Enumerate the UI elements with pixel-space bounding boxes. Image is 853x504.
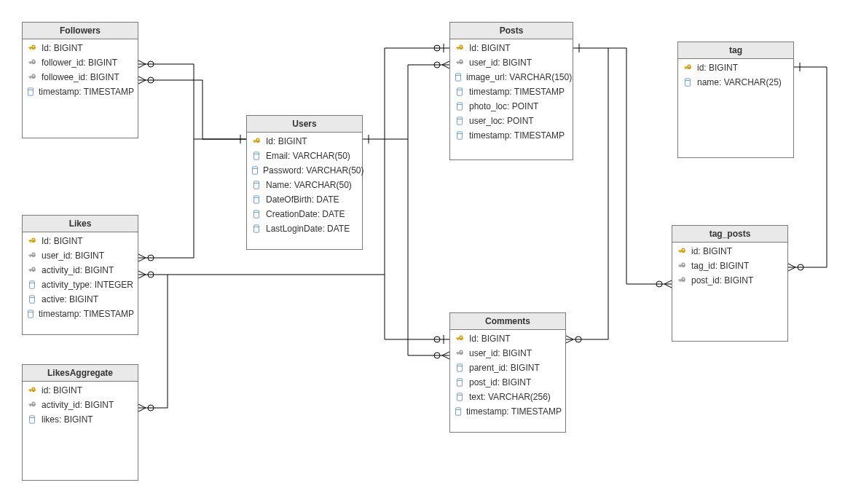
column-label: Id: BIGINT: [266, 137, 307, 146]
svg-line-15: [138, 254, 146, 258]
column-posts-6: timestamp: TIMESTAMP: [453, 128, 570, 143]
svg-rect-75: [30, 296, 35, 303]
svg-rect-77: [30, 416, 35, 423]
column-likesAggregate-1: activity_id: BIGINT: [25, 398, 135, 412]
svg-point-66: [656, 281, 662, 287]
column-icon: [251, 194, 262, 205]
svg-line-33: [138, 408, 146, 412]
entity-tag[interactable]: tag id: BIGINTname: VARCHAR(25): [677, 42, 794, 158]
entity-users[interactable]: Users Id: BIGINTEmail: VARCHAR(50)Passwo…: [246, 115, 363, 250]
column-label: post_id: BIGINT: [469, 378, 531, 387]
column-likesAggregate-2: likes: BIGINT: [25, 412, 135, 427]
svg-rect-70: [254, 181, 259, 189]
column-label: timestamp: TIMESTAMP: [39, 310, 134, 318]
svg-line-11: [138, 80, 146, 84]
column-label: user_id: BIGINT: [469, 58, 532, 67]
column-comments-4: text: VARCHAR(256): [453, 390, 562, 404]
rel-followers-users-2: [138, 76, 246, 139]
column-icon: [27, 414, 37, 425]
foreign-key-icon: [27, 251, 37, 261]
svg-rect-67: [28, 88, 34, 95]
svg-rect-83: [457, 364, 463, 371]
svg-rect-74: [30, 281, 35, 288]
column-likes-5: timestamp: TIMESTAMP: [25, 307, 135, 321]
foreign-key-icon: [455, 348, 465, 358]
column-icon: [455, 87, 465, 97]
svg-point-17: [148, 255, 154, 261]
entity-title: Posts: [450, 23, 573, 39]
column-label: timestamp: TIMESTAMP: [469, 87, 565, 96]
entity-columns: Id: BIGINTuser_id: BIGINTparent_id: BIGI…: [450, 330, 565, 423]
column-icon: [251, 180, 262, 190]
column-label: followee_id: BIGINT: [42, 73, 119, 82]
column-likes-4: active: BIGINT: [25, 292, 135, 307]
column-icon: [455, 377, 465, 387]
svg-line-44: [442, 352, 449, 355]
column-label: likes: BIGINT: [42, 415, 93, 424]
column-comments-0: Id: BIGINT: [453, 331, 562, 346]
entity-followers[interactable]: Followers Id: BIGINTfollower_id: BIGINTf…: [22, 22, 138, 138]
primary-key-icon: [27, 43, 37, 53]
column-comments-1: user_id: BIGINT: [453, 346, 562, 361]
column-posts-2: image_url: VARCHAR(150): [453, 70, 570, 84]
foreign-key-icon: [27, 265, 37, 275]
entity-tag-posts[interactable]: tag_posts id: BIGINTtag_id: BIGINTpost_i…: [672, 225, 788, 342]
column-label: Id: BIGINT: [469, 334, 511, 343]
column-followers-1: follower_id: BIGINT: [25, 55, 135, 70]
column-tag_posts-0: id: BIGINT: [675, 244, 785, 259]
column-icon: [27, 87, 34, 97]
column-icon: [251, 209, 262, 219]
svg-point-12: [148, 77, 154, 83]
entity-title: tag_posts: [672, 226, 787, 243]
column-comments-2: parent_id: BIGINT: [453, 361, 562, 375]
column-label: CreationDate: DATE: [266, 210, 345, 218]
entity-columns: Id: BIGINTuser_id: BIGINTimage_url: VARC…: [450, 39, 573, 147]
column-icon: [455, 392, 465, 402]
column-followers-3: timestamp: TIMESTAMP: [25, 84, 135, 99]
column-label: user_id: BIGINT: [42, 251, 104, 260]
entity-columns: id: BIGINTactivity_id: BIGINTlikes: BIGI…: [23, 382, 138, 431]
column-likes-1: user_id: BIGINT: [25, 248, 135, 263]
column-icon: [251, 165, 259, 176]
column-tag-0: id: BIGINT: [681, 60, 790, 75]
entity-likes[interactable]: Likes Id: BIGINTuser_id: BIGINTactivity_…: [22, 215, 138, 335]
svg-rect-82: [457, 132, 463, 139]
column-label: id: BIGINT: [697, 63, 738, 72]
er-canvas: { "diagram": { "type": "ER", "entities":…: [0, 0, 853, 504]
column-icon: [455, 72, 462, 82]
svg-rect-68: [254, 152, 259, 160]
entity-likesaggregate[interactable]: LikesAggregate id: BIGINTactivity_id: BI…: [22, 364, 138, 481]
rel-comments-users: [408, 139, 449, 359]
column-users-3: Name: VARCHAR(50): [250, 178, 359, 192]
column-tag_posts-1: tag_id: BIGINT: [675, 259, 785, 273]
svg-point-52: [575, 336, 581, 342]
column-icon: [455, 101, 465, 111]
svg-point-40: [434, 62, 440, 68]
column-likes-2: activity_id: BIGINT: [25, 263, 135, 277]
entity-posts[interactable]: Posts Id: BIGINTuser_id: BIGINTimage_url…: [449, 22, 573, 160]
svg-rect-81: [457, 117, 463, 125]
column-users-0: Id: BIGINT: [250, 134, 359, 149]
svg-rect-80: [457, 103, 463, 110]
column-label: timestamp: TIMESTAMP: [39, 87, 134, 96]
column-label: Id: BIGINT: [42, 237, 83, 245]
svg-rect-76: [28, 310, 34, 318]
column-label: Password: VARCHAR(50): [263, 166, 363, 175]
foreign-key-icon: [27, 72, 37, 82]
svg-line-4: [138, 60, 146, 64]
primary-key-icon: [683, 63, 693, 73]
column-label: user_id: BIGINT: [469, 349, 532, 358]
svg-line-45: [442, 355, 449, 359]
column-label: id: BIGINT: [42, 386, 82, 395]
column-icon: [455, 363, 465, 373]
svg-line-57: [788, 264, 795, 267]
primary-key-icon: [251, 136, 262, 146]
column-posts-3: timestamp: TIMESTAMP: [453, 84, 570, 99]
column-posts-0: Id: BIGINT: [453, 41, 570, 55]
foreign-key-icon: [27, 58, 37, 68]
svg-line-23: [138, 271, 146, 275]
column-icon: [251, 151, 262, 161]
column-label: tag_id: BIGINT: [691, 261, 749, 270]
foreign-key-icon: [677, 261, 687, 271]
entity-comments[interactable]: Comments Id: BIGINTuser_id: BIGINTparent…: [449, 312, 566, 433]
